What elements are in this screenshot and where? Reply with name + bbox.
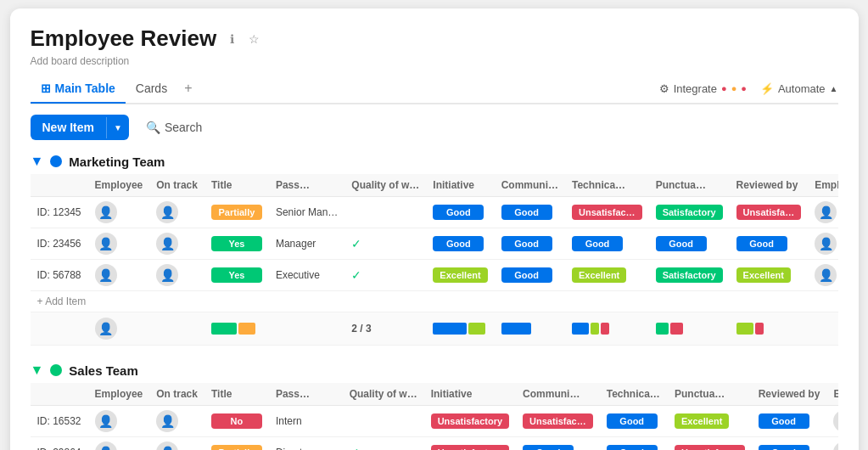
table-row: ID: 23456 👤 👤 Yes Manager ✓ Good Good Go… — [31, 228, 838, 260]
on-track-cell: Yes — [204, 260, 269, 291]
pass-cell: ✓ — [344, 228, 426, 260]
table-row: ID: 29864 👤 👤 Partially Director ✓ Unsat… — [31, 437, 838, 451]
top-right-actions: ⚙ Integrate ● ● ● ⚡ Automate ▲ — [659, 82, 838, 95]
automate-btn[interactable]: ⚡ Automate ▲ — [760, 82, 838, 95]
communication-badge: Good — [607, 445, 658, 450]
info-icon[interactable]: ℹ — [223, 31, 240, 48]
group-header: ▼ Sales Team — [31, 363, 838, 378]
punctuality-cell: Unsatisfa… — [730, 197, 809, 228]
group-name: Sales Team — [69, 363, 137, 378]
table-wrap: EmployeeOn trackTitlePass…Quality of w…I… — [31, 383, 838, 450]
employee-cell: 👤 — [88, 260, 150, 291]
th-0: Employee — [88, 174, 150, 197]
tab-add[interactable]: + — [177, 74, 199, 103]
toolbar: New Item ▼ 🔍 Search — [31, 115, 838, 140]
header-area: Employee Review ℹ ☆ — [31, 25, 838, 52]
table-row: ID: 12345 👤 👤 Partially Senior Man… Good… — [31, 197, 838, 228]
tab-cards[interactable]: Cards — [126, 75, 177, 104]
sum-technical — [649, 312, 730, 346]
th-1: On track — [149, 383, 204, 406]
reviewer-avatar: 👤 — [156, 410, 178, 432]
title-cell: Senior Man… — [269, 197, 344, 228]
technical-cell: Good — [649, 228, 730, 260]
communication-cell: Excellent — [565, 260, 649, 291]
technical-badge: Unsatisfac… — [675, 445, 745, 450]
search-button[interactable]: 🔍 Search — [137, 115, 210, 139]
checkmark-icon: ✓ — [351, 268, 361, 282]
row-id: ID: 56788 — [31, 260, 88, 291]
summary-row: 👤 2 / 3 3 / 5 ↑ — [31, 312, 838, 346]
on-track-badge: No — [211, 413, 262, 429]
reviewer-avatar: 👤 — [156, 442, 178, 450]
communication-badge: Good — [607, 413, 658, 429]
table-row: ID: 16532 👤 👤 No Intern Unsatisfactory U… — [31, 406, 838, 437]
punctuality-cell: Good — [752, 437, 827, 451]
home-icon: ⊞ — [41, 82, 51, 95]
quality-cell: Excellent — [426, 260, 494, 291]
search-icon: 🔍 — [146, 121, 160, 134]
initiative-cell: Good — [495, 228, 565, 260]
initiative-badge: Good — [523, 445, 574, 450]
group-toggle-icon[interactable]: ▼ — [31, 363, 44, 378]
tab-main-table[interactable]: ⊞ Main Table — [31, 75, 126, 104]
quality-badge: Good — [433, 236, 484, 251]
quality-badge: Unsatisfactory — [431, 445, 509, 450]
integrate-btn[interactable]: ⚙ Integrate ● ● ● — [659, 82, 747, 95]
group-color-dot — [50, 364, 62, 376]
on-track-cell: No — [204, 406, 269, 437]
on-track-badge: Partially — [211, 205, 262, 220]
add-item-label[interactable]: + Add Item — [31, 291, 838, 312]
sum-reviewer — [149, 312, 204, 346]
row-id: ID: 29864 — [31, 437, 88, 451]
group-section-1: ▼ Sales Team EmployeeOn trackTitlePass…Q… — [31, 363, 838, 450]
page-title: Employee Review — [31, 25, 217, 52]
group-toggle-icon[interactable]: ▼ — [31, 154, 44, 169]
punctuality-badge: Good — [736, 236, 787, 251]
title-cell: Director — [269, 437, 343, 451]
reviewed-by-avatar: 👤 — [815, 201, 837, 223]
employee-avatar: 👤 — [95, 233, 117, 255]
employee-cell: 👤 — [88, 228, 150, 260]
sum-title — [269, 312, 344, 346]
th-5: Initiative — [424, 383, 516, 406]
quality-cell: Unsatisfactory — [424, 406, 516, 437]
add-item-row[interactable]: + Add Item — [31, 291, 838, 312]
employee-cell: 👤 — [88, 437, 150, 451]
sum-pass: 2 / 3 — [344, 312, 426, 346]
th-3: Pass… — [269, 174, 344, 197]
title-cell: Manager — [269, 228, 344, 260]
quality-badge: Unsatisfactory — [431, 413, 509, 429]
reviewed-by-avatar: 👤 — [833, 410, 837, 432]
star-icon[interactable]: ☆ — [245, 31, 262, 48]
communication-cell: Good — [565, 228, 649, 260]
pass-cell: ✓ — [344, 260, 426, 291]
group-color-dot — [50, 155, 62, 167]
title-cell: Intern — [269, 406, 343, 437]
communication-cell: Good — [600, 437, 668, 451]
reviewer-avatar: 👤 — [156, 233, 178, 255]
checkmark-icon: ✓ — [350, 446, 360, 450]
reviewer-avatar-cell: 👤 — [149, 406, 204, 437]
th-4: Quality of w… — [343, 383, 424, 406]
initiative-badge: Good — [501, 236, 552, 251]
reviewer-avatar-cell: 👤 — [149, 260, 204, 291]
sum-quality — [426, 312, 494, 346]
technical-cell: Unsatisfac… — [668, 437, 752, 451]
sum-id — [31, 312, 88, 346]
reviewer-avatar-cell: 👤 — [149, 437, 204, 451]
table-wrap: EmployeeOn trackTitlePass…Quality of w…I… — [31, 174, 838, 346]
title-cell: Executive — [269, 260, 344, 291]
reviewer-avatar: 👤 — [156, 201, 178, 223]
on-track-badge: Yes — [211, 267, 262, 283]
initiative-badge: Good — [501, 205, 552, 220]
initiative-cell: Good — [495, 260, 565, 291]
board-desc[interactable]: Add board description — [31, 55, 838, 67]
new-item-arrow[interactable]: ▼ — [106, 117, 129, 138]
new-item-button[interactable]: New Item ▼ — [31, 115, 129, 140]
pass-cell: ✓ — [343, 437, 424, 451]
quality-cell: Unsatisfactory — [424, 437, 516, 451]
reviewed-by-avatar: 👤 — [815, 233, 837, 255]
quality-cell: Good — [426, 197, 494, 228]
th-9: Reviewed by — [730, 174, 809, 197]
reviewed-by-avatar: 👤 — [815, 264, 837, 286]
